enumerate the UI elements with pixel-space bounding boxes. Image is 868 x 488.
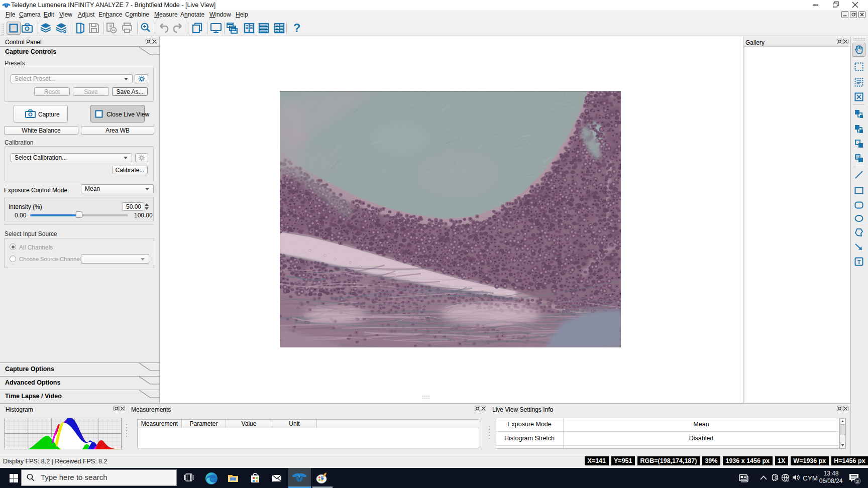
- svg-text:T: T: [857, 259, 860, 265]
- svg-text:3: 3: [856, 479, 858, 484]
- svg-text:?: ?: [293, 22, 301, 35]
